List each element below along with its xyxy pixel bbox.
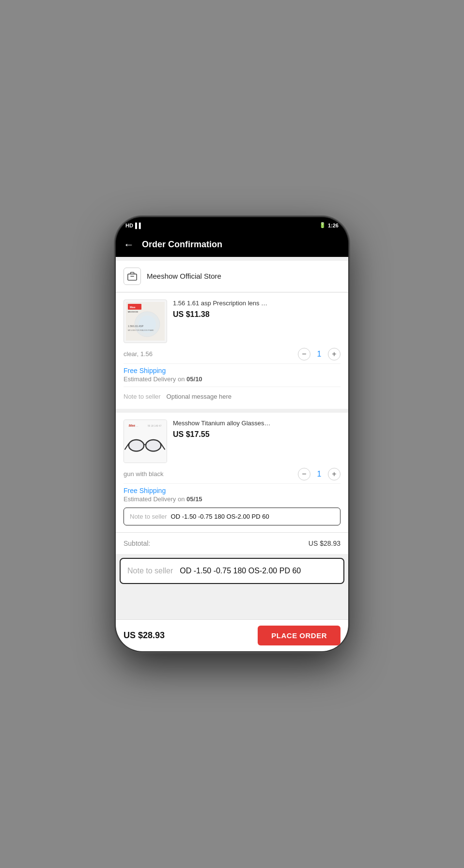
svg-text:MEESHOW: MEESHOW [128, 311, 138, 313]
product-price-1: US $11.38 [173, 310, 340, 319]
note-popup-value: OD -1.50 -0.75 180 OS-2.00 PD 60 [180, 567, 301, 575]
shipping-row-2: Free Shipping Estimated Delivery on 05/1… [124, 483, 340, 503]
product-price-2: US $17.55 [173, 430, 340, 439]
svg-text:1.56/1.61 ASP: 1.56/1.61 ASP [128, 325, 144, 328]
nav-bar: ← Order Confirmation [116, 233, 348, 257]
svg-rect-0 [128, 274, 137, 280]
store-icon [124, 268, 141, 285]
qty-decrease-1[interactable]: − [298, 348, 310, 360]
note-to-seller-row-1[interactable]: Note to seller [124, 387, 340, 402]
delivery-info-1: Estimated Delivery on 05/10 [124, 375, 340, 383]
page-title: Order Confirmation [142, 239, 222, 250]
subtotal-label: Subtotal: [124, 539, 309, 547]
product-info-2: Messhow Titanium alloy Glasses… US $17.5… [173, 419, 340, 463]
section-divider-2 [116, 409, 348, 413]
signal-icon: ▌▌ [135, 223, 143, 228]
qty-value-1: 1 [315, 350, 323, 359]
shipping-row-1: Free Shipping Estimated Delivery on 05/1… [124, 363, 340, 383]
back-button[interactable]: ← [124, 239, 134, 251]
status-bar-right: 🔋 1:26 [319, 222, 339, 228]
note-popup-label: Note to seller [127, 567, 173, 575]
subtotal-row: Subtotal: US $28.93 [116, 532, 348, 554]
svg-point-20 [129, 440, 143, 451]
qty-decrease-2[interactable]: − [298, 468, 310, 480]
svg-text:......: ...... [135, 424, 139, 427]
free-shipping-1: Free Shipping [124, 367, 340, 374]
qty-increase-1[interactable]: + [328, 348, 340, 360]
note-label-1: Note to seller [124, 393, 161, 400]
product-info-1: 1.56 1.61 asp Prescription lens … US $11… [173, 299, 340, 343]
bottom-bar: US $28.93 PLACE ORDER [116, 619, 348, 651]
product-section-1: Mee MEESHOW 1.56/1.61 ASP MR LENS FOR RI… [116, 293, 348, 409]
delivery-date-2: 05/15 [186, 495, 202, 503]
product-variant-row-1: clear, 1.56 − 1 + [124, 348, 340, 360]
qty-value-2: 1 [315, 470, 323, 479]
note-label-2: Note to seller [130, 513, 167, 520]
delivery-info-2: Estimated Delivery on 05/15 [124, 495, 340, 503]
product-row-1: Mee MEESHOW 1.56/1.61 ASP MR LENS FOR RI… [124, 299, 340, 343]
qty-increase-2[interactable]: + [328, 468, 340, 480]
product-title-2: Messhow Titanium alloy Glasses… [173, 419, 340, 428]
svg-text:55 18  140  47: 55 18 140 47 [148, 424, 162, 427]
notch [203, 217, 261, 231]
time-display: 1:26 [328, 223, 339, 228]
product-row-2: Mee ...... 55 18 140 47 [124, 419, 340, 463]
note-input-1[interactable] [167, 393, 340, 400]
qty-control-1: − 1 + [298, 348, 340, 360]
svg-text:Mee: Mee [130, 306, 136, 309]
note-to-seller-row-2[interactable]: Note to seller OD -1.50 -0.75 180 OS-2.0… [124, 508, 340, 525]
product-variant-1: clear, 1.56 [124, 350, 153, 358]
note-value-2: OD -1.50 -0.75 180 OS-2.00 PD 60 [171, 513, 269, 520]
status-bar-left: HD ▌▌ [125, 223, 142, 228]
subtotal-value: US $28.93 [309, 539, 340, 547]
product-variant-2: gun with black [124, 470, 163, 478]
product-image-2: Mee ...... 55 18 140 47 [124, 419, 167, 463]
hd-icon: HD [125, 223, 133, 228]
phone-shell: HD ▌▌ 🔋 1:26 ← Order Confirmation Meesho… [116, 217, 348, 651]
delivery-date-1: 05/10 [186, 375, 202, 383]
product-title-1: 1.56 1.61 asp Prescription lens … [173, 299, 340, 308]
battery-icon: 🔋 [319, 222, 326, 228]
note-popup: Note to seller OD -1.50 -0.75 180 OS-2.0… [120, 558, 344, 584]
product-variant-row-2: gun with black − 1 + [124, 468, 340, 480]
free-shipping-2: Free Shipping [124, 487, 340, 494]
store-header: Meeshow Official Store [116, 261, 348, 292]
place-order-button[interactable]: PLACE ORDER [258, 626, 340, 645]
store-name: Meeshow Official Store [147, 272, 221, 280]
bottom-spacer [116, 586, 348, 596]
product-image-1: Mee MEESHOW 1.56/1.61 ASP MR LENS FOR RI… [124, 299, 167, 343]
qty-control-2: − 1 + [298, 468, 340, 480]
svg-text:MR LENS FOR RIMLESS FRAME: MR LENS FOR RIMLESS FRAME [128, 329, 154, 331]
delivery-prefix-1: Estimated Delivery on [124, 375, 186, 383]
screen-content[interactable]: Meeshow Official Store Mee MEESHOW [116, 257, 348, 619]
delivery-prefix-2: Estimated Delivery on [124, 495, 186, 503]
total-amount: US $28.93 [124, 630, 165, 641]
product-section-2: Mee ...... 55 18 140 47 [116, 413, 348, 532]
svg-point-21 [146, 440, 160, 451]
